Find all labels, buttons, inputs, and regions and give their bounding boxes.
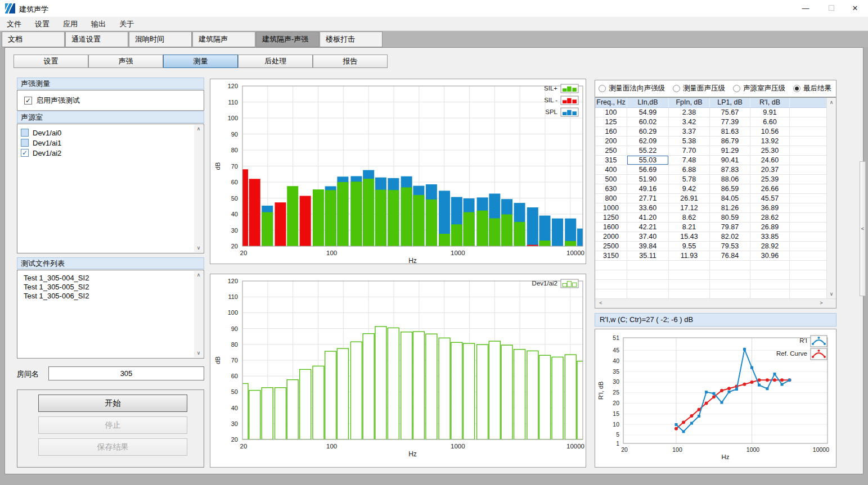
subtab-测量[interactable]: 测量 (163, 55, 238, 68)
table-cell[interactable]: 3.37 (669, 127, 710, 137)
scroll-up-icon[interactable]: ∧ (827, 98, 836, 107)
unchecked-checkbox[interactable] (21, 129, 29, 137)
radio-最后结果[interactable]: 最后结果 (793, 84, 831, 93)
table-cell[interactable] (750, 270, 790, 280)
table-cell[interactable] (790, 289, 827, 299)
table-cell[interactable]: 100 (595, 108, 627, 117)
table-cell[interactable] (790, 270, 827, 280)
table-cell[interactable]: 56.69 (627, 165, 669, 175)
table-cell[interactable]: 2.38 (669, 108, 710, 117)
table-row[interactable]: 10054.992.3875.679.91 (595, 108, 836, 117)
table-cell[interactable] (790, 242, 827, 251)
table-row[interactable]: 20062.095.3886.7913.92 (595, 137, 836, 146)
file-list-item[interactable]: Test 1_305-005_SI2 (17, 282, 204, 291)
table-cell[interactable]: 3150 (595, 251, 627, 261)
table-vscrollbar[interactable]: ∧∨ (826, 98, 836, 299)
table-cell[interactable]: 5.38 (669, 137, 710, 146)
table-cell[interactable]: 9.42 (669, 184, 710, 194)
table-cell[interactable] (790, 194, 827, 203)
table-cell[interactable]: 6.88 (669, 165, 710, 175)
table-cell[interactable]: 15.43 (669, 232, 710, 242)
table-cell[interactable]: 91.29 (710, 146, 750, 156)
table-cell[interactable]: 27.71 (627, 194, 669, 203)
table-cell[interactable]: 49.16 (627, 184, 669, 194)
table-cell[interactable] (627, 270, 669, 280)
channel-item[interactable]: Dev1/ai0 (17, 128, 204, 138)
table-cell[interactable]: 87.83 (710, 165, 750, 175)
start-button[interactable]: 开始 (38, 395, 187, 412)
table-cell[interactable]: 30.96 (750, 251, 790, 261)
table-cell[interactable] (710, 261, 750, 270)
table-cell[interactable]: 9.91 (750, 108, 790, 117)
table-row[interactable]: 250039.849.5579.5328.92 (595, 242, 836, 251)
table-cell[interactable]: 1000 (595, 203, 627, 213)
minimize-button[interactable]: — (793, 0, 818, 17)
table-row[interactable]: 63049.169.4286.5926.66 (595, 184, 836, 194)
table-cell[interactable]: 35.11 (627, 251, 669, 261)
table-row[interactable]: 80027.7126.9184.0545.57 (595, 194, 836, 203)
table-cell[interactable]: 3.42 (669, 117, 710, 127)
table-cell[interactable]: 630 (595, 184, 627, 194)
table-cell[interactable] (627, 261, 669, 270)
table-cell[interactable]: 2500 (595, 242, 627, 251)
radio-icon[interactable] (673, 85, 680, 92)
table-cell[interactable] (669, 289, 710, 299)
table-cell[interactable]: 88.06 (710, 175, 750, 184)
table-cell[interactable]: 1250 (595, 213, 627, 223)
table-cell[interactable]: 125 (595, 117, 627, 127)
table-cell[interactable]: 6.60 (750, 117, 790, 127)
scroll-down-icon[interactable]: ∨ (827, 290, 836, 298)
table-cell[interactable] (669, 280, 710, 289)
table-cell[interactable]: 76.84 (710, 251, 750, 261)
table-cell[interactable]: 400 (595, 165, 627, 175)
table-cell[interactable]: 315 (595, 156, 627, 165)
table-cell[interactable] (669, 270, 710, 280)
menu-item-文件[interactable]: 文件 (0, 17, 28, 31)
scroll-down-icon[interactable]: ∨ (194, 244, 203, 252)
table-cell[interactable] (627, 289, 669, 299)
table-cell[interactable]: 90.41 (710, 156, 750, 165)
table-cell[interactable] (710, 280, 750, 289)
table-cell[interactable]: 79.53 (710, 242, 750, 251)
file-list-item[interactable]: Test 1_305-006_SI2 (17, 291, 204, 300)
menu-item-输出[interactable]: 输出 (84, 17, 113, 31)
table-cell[interactable]: 10.56 (750, 127, 790, 137)
radio-icon[interactable] (733, 85, 740, 92)
table-row[interactable]: 125041.208.6280.5928.62 (595, 213, 836, 223)
menu-item-关于[interactable]: 关于 (113, 17, 141, 31)
table-cell[interactable]: 33.60 (627, 203, 669, 213)
table-row[interactable]: 160042.218.2179.8726.89 (595, 223, 836, 232)
radio-声源室声压级[interactable]: 声源室声压级 (733, 84, 785, 93)
file-list-item[interactable]: Test 1_305-004_SI2 (17, 273, 204, 282)
table-row[interactable]: 40056.696.8887.8320.37 (595, 165, 836, 175)
enable-intensity-checkbox[interactable]: ✓ (24, 97, 32, 105)
table-cell[interactable]: 8.62 (669, 213, 710, 223)
scroll-right-icon[interactable]: > (817, 299, 826, 307)
radio-selected-icon[interactable] (793, 85, 800, 92)
panel-splitter[interactable]: < (860, 161, 866, 296)
channel-item[interactable]: Dev1/ai1 (17, 138, 204, 148)
table-cell[interactable]: 5.78 (669, 175, 710, 184)
subtab-后处理[interactable]: 后处理 (238, 55, 313, 68)
table-cell[interactable] (790, 117, 827, 127)
table-cell[interactable]: 41.20 (627, 213, 669, 223)
table-cell[interactable]: 33.85 (750, 232, 790, 242)
table-cell[interactable]: 77.39 (710, 117, 750, 127)
table-cell[interactable]: 25.39 (750, 175, 790, 184)
table-cell[interactable] (790, 213, 827, 223)
scroll-up-icon[interactable]: ∧ (194, 125, 203, 133)
channel-item[interactable]: ✓Dev1/ai2 (17, 148, 204, 158)
table-cell[interactable] (790, 127, 827, 137)
table-row[interactable]: 31555.037.4890.4124.60 (595, 156, 836, 165)
table-cell[interactable] (790, 156, 827, 165)
table-cell[interactable]: 84.05 (710, 194, 750, 203)
table-cell[interactable]: 86.79 (710, 137, 750, 146)
table-cell[interactable]: 2000 (595, 232, 627, 242)
table-cell[interactable]: 75.67 (710, 108, 750, 117)
table-cell[interactable]: 42.21 (627, 223, 669, 232)
table-cell[interactable] (790, 175, 827, 184)
table-cell[interactable]: 86.59 (710, 184, 750, 194)
table-cell[interactable] (790, 184, 827, 194)
table-cell[interactable] (790, 165, 827, 175)
table-row[interactable]: 50051.905.7888.0625.39 (595, 175, 836, 184)
